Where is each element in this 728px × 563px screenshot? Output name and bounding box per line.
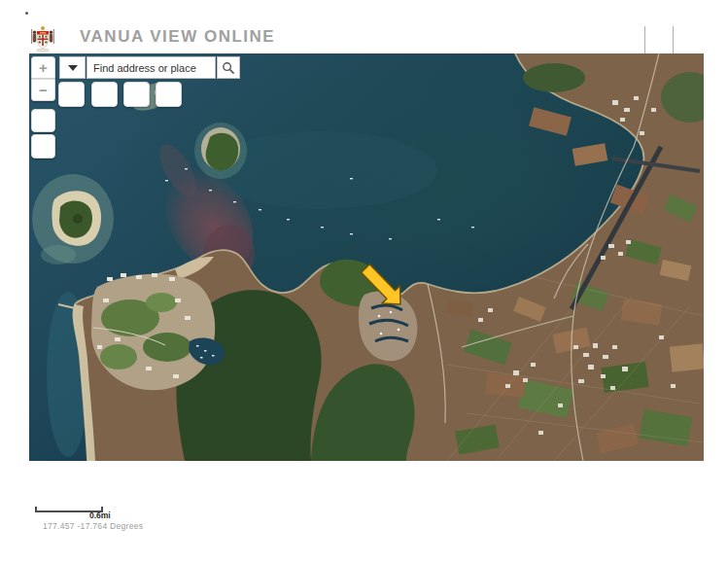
blank-panel-button-2[interactable] — [31, 134, 55, 158]
blank-toolbar-button-3[interactable] — [123, 82, 150, 107]
search-source-dropdown[interactable] — [59, 56, 86, 79]
stray-dot — [25, 12, 28, 15]
zoom-out-button[interactable]: − — [31, 79, 55, 101]
magnifier-icon — [222, 61, 235, 75]
search-button[interactable] — [217, 56, 240, 79]
search-input[interactable] — [87, 56, 216, 79]
page-title: VANUA VIEW ONLINE — [80, 27, 275, 47]
scale-label: 0.6mi — [89, 510, 111, 520]
blank-toolbar-button-4[interactable] — [156, 82, 182, 107]
coordinates-readout: 177.457 -17.764 Degrees — [43, 521, 143, 531]
island-top-center — [194, 123, 247, 179]
blank-toolbar-button-1[interactable] — [58, 82, 85, 107]
map-container: + − — [29, 53, 704, 461]
minus-icon: − — [39, 83, 48, 97]
search-widget — [59, 56, 240, 79]
blank-toolbar-button-2[interactable] — [91, 82, 118, 107]
satellite-map[interactable] — [29, 53, 704, 461]
fiji-coat-of-arms-logo — [30, 25, 55, 53]
caret-down-icon — [68, 65, 78, 71]
plus-icon: + — [39, 60, 48, 75]
header-divider-line — [644, 26, 645, 53]
zoom-in-button[interactable]: + — [31, 56, 55, 79]
header-divider-line — [673, 26, 674, 53]
forest-patch — [523, 63, 585, 92]
blank-panel-button-1[interactable] — [31, 109, 55, 132]
